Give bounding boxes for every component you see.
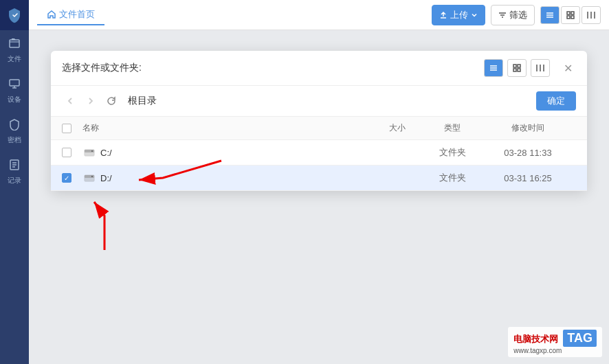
upload-icon (439, 11, 447, 19)
detail-view-button[interactable] (582, 6, 601, 24)
file-list: C:/ 文件夹 03-28 11:33 (51, 140, 587, 191)
dialog-header: 选择文件或文件夹: (51, 51, 587, 86)
svg-rect-5 (567, 16, 570, 19)
c-drive-name: C:/ (100, 148, 112, 158)
dialog-grid-view-btn[interactable] (507, 59, 527, 77)
upload-button[interactable]: 上传 (432, 5, 485, 25)
drive-icon-svg (83, 146, 96, 159)
filter-button[interactable]: 筛选 (491, 5, 535, 25)
c-drive-time: 03-28 11:33 (480, 148, 576, 158)
nav-back-button[interactable] (62, 93, 78, 109)
sidebar-item-files[interactable]: 文件 (0, 30, 29, 71)
security-icon (8, 118, 21, 133)
file-list-header: 名称 大小 类型 修改时间 (51, 117, 587, 140)
filter-label: 筛选 (509, 9, 527, 21)
dialog-list-view-btn[interactable] (484, 59, 503, 77)
confirm-button[interactable]: 确定 (536, 91, 576, 111)
dropdown-arrow-icon (471, 12, 478, 19)
header-name: 名称 (82, 122, 370, 134)
svg-rect-0 (10, 40, 19, 47)
svg-rect-7 (513, 65, 516, 67)
list-view-button[interactable] (540, 6, 560, 24)
content-area: 选择文件或文件夹: (29, 30, 609, 364)
dialog-columns-icon (536, 64, 544, 72)
dialog-detail-view-btn[interactable] (531, 59, 550, 77)
file-picker-dialog: 选择文件或文件夹: (51, 51, 587, 191)
chevron-left-icon (66, 97, 74, 105)
watermark-site: 电脑技术网 TAG (513, 330, 597, 347)
c-drive-icon (82, 146, 96, 159)
watermark-url: www.tagxp.com (513, 347, 597, 354)
c-drive-checkbox[interactable] (62, 148, 71, 157)
svg-rect-9 (513, 69, 516, 71)
grid-icon (566, 11, 575, 19)
sidebar-records-label: 记录 (8, 176, 21, 185)
d-drive-name: D:/ (100, 173, 112, 183)
header-check (62, 124, 82, 133)
watermark: 电脑技术网 TAG www.tagxp.com (508, 327, 602, 357)
svg-rect-6 (571, 16, 574, 19)
files-icon (8, 37, 21, 52)
d-drive-type: 文件夹 (425, 172, 480, 184)
row-d-check[interactable] (62, 173, 82, 183)
header-type: 类型 (425, 122, 480, 134)
sidebar-item-security[interactable]: 密档 (0, 111, 29, 152)
filter-icon (498, 11, 507, 19)
svg-rect-4 (571, 12, 574, 14)
d-drive-icon (82, 171, 96, 185)
columns-icon (587, 11, 595, 19)
main-area: 文件首页 上传 筛选 (29, 0, 609, 364)
grid-view-button[interactable] (561, 6, 580, 24)
sidebar-devices-label: 设备 (8, 95, 21, 104)
upload-label: 上传 (450, 9, 468, 21)
dialog-grid-icon (513, 64, 521, 72)
list-icon (546, 11, 554, 19)
svg-point-16 (91, 176, 93, 177)
watermark-tag: TAG (563, 330, 597, 347)
tab-home[interactable]: 文件首页 (37, 5, 104, 25)
view-buttons (540, 6, 601, 24)
svg-rect-10 (518, 69, 520, 71)
nav-forward-button[interactable] (82, 93, 99, 109)
d-drive-checkbox[interactable] (62, 173, 71, 183)
header-time: 修改时间 (480, 122, 576, 134)
svg-rect-8 (518, 65, 520, 67)
svg-rect-1 (10, 80, 19, 86)
sidebar: 文件 设备 密档 记录 (0, 0, 29, 364)
dialog-title: 选择文件或文件夹: (62, 62, 142, 74)
app-logo (0, 0, 29, 30)
sidebar-files-label: 文件 (8, 54, 21, 64)
dialog-list-icon (489, 64, 498, 72)
chevron-right-icon (87, 97, 95, 105)
home-icon (47, 10, 56, 19)
tab-home-label: 文件首页 (59, 8, 95, 21)
d-drive-time: 03-31 16:25 (480, 173, 576, 183)
toolbar: 文件首页 上传 筛选 (29, 0, 609, 30)
records-icon (8, 159, 21, 174)
refresh-icon (107, 96, 116, 106)
watermark-name: 电脑技术网 (513, 334, 558, 344)
svg-point-13 (91, 150, 93, 152)
devices-icon (8, 78, 21, 93)
svg-rect-3 (567, 12, 570, 14)
d-drive-icon-svg (83, 172, 96, 184)
navigation-bar: 根目录 确定 (51, 86, 587, 117)
select-all-checkbox[interactable] (62, 124, 71, 133)
header-size: 大小 (370, 122, 425, 134)
current-path: 根目录 (128, 95, 532, 107)
sidebar-security-label: 密档 (8, 135, 21, 145)
nav-refresh-button[interactable] (103, 93, 120, 109)
dialog-close-button[interactable]: ✕ (560, 60, 576, 76)
table-row[interactable]: D:/ 文件夹 03-31 16:25 (51, 166, 587, 191)
c-drive-type: 文件夹 (425, 146, 480, 159)
row-c-check[interactable] (62, 148, 82, 157)
sidebar-item-records[interactable]: 记录 (0, 152, 29, 192)
dialog-view-controls: ✕ (484, 59, 576, 77)
sidebar-item-devices[interactable]: 设备 (0, 71, 29, 111)
table-row[interactable]: C:/ 文件夹 03-28 11:33 (51, 140, 587, 166)
